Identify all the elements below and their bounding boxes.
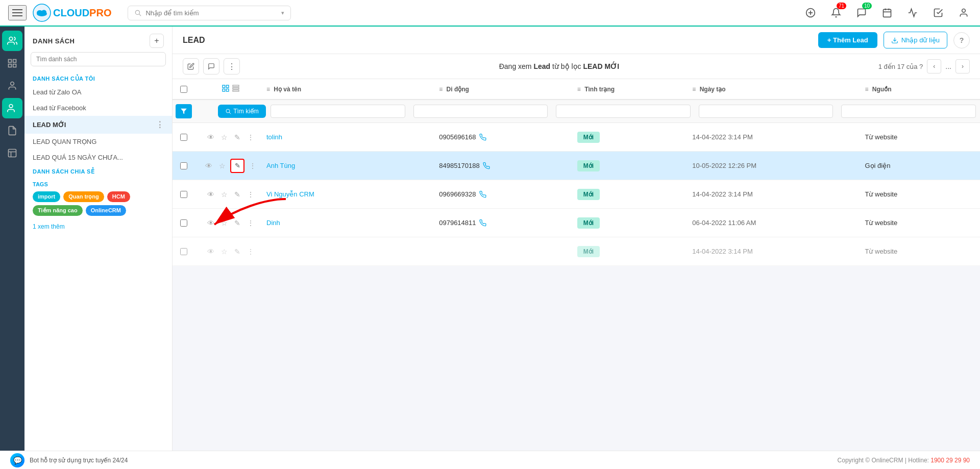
next-page-button[interactable]: › [955, 59, 970, 73]
app-layout: DANH SÁCH + DANH SÁCH CỦA TÔI Lead từ Za… [0, 27, 980, 469]
row4-edit-icon[interactable]: ✎ [232, 218, 242, 228]
sidebar-item-lead-qua-15[interactable]: LEAD QUÁ 15 NGÀY CHƯA... [24, 150, 172, 165]
row1-star-icon[interactable]: ☆ [219, 132, 229, 142]
tag-import[interactable]: import [33, 191, 60, 202]
nav-leads-icon[interactable] [2, 98, 22, 118]
import-button[interactable]: Nhập dữ liệu [884, 32, 947, 48]
search-source-input[interactable] [841, 105, 976, 118]
add-button[interactable] [802, 5, 819, 21]
prev-page-button[interactable]: ‹ [927, 59, 941, 73]
row1-edit-icon[interactable]: ✎ [232, 132, 242, 142]
row2-checkbox[interactable] [180, 162, 187, 169]
search-bar[interactable]: ▾ [128, 6, 291, 20]
check-all-checkbox[interactable] [180, 86, 187, 93]
messenger-icon[interactable]: 💬 [10, 453, 24, 467]
hotline-link[interactable]: 1900 29 29 90 [930, 457, 970, 464]
tasks-button[interactable] [930, 5, 946, 21]
grid-view-button[interactable] [222, 84, 230, 94]
chat-badge: 10 [862, 3, 872, 9]
search-date-input[interactable] [699, 105, 834, 118]
sidebar-header: DANH SÁCH + [24, 27, 172, 52]
search-input[interactable] [145, 9, 277, 17]
row2-name[interactable]: Anh Tùng [266, 162, 439, 169]
row2-edit-icon-highlighted[interactable]: ✎ [230, 159, 244, 173]
row5-edit-icon[interactable]: ✎ [232, 246, 242, 257]
row4-name[interactable]: Dinh [266, 219, 439, 227]
row1-eye-icon[interactable]: 👁 [206, 132, 216, 142]
chart-button[interactable] [904, 5, 921, 21]
calendar-button[interactable] [879, 5, 895, 21]
check-all-cell[interactable] [173, 86, 195, 93]
sidebar-add-button[interactable]: + [150, 34, 164, 48]
row3-check[interactable] [173, 191, 195, 198]
row3-more-icon[interactable]: ⋮ [246, 189, 256, 200]
tag-quan-trong[interactable]: Quan trọng [63, 191, 104, 202]
comment-toolbar-button[interactable] [203, 58, 219, 75]
nav-doc-icon[interactable] [2, 120, 22, 141]
row5-star-icon[interactable]: ☆ [219, 246, 229, 257]
row4-checkbox[interactable] [180, 219, 187, 227]
row5-more-icon[interactable]: ⋮ [246, 246, 256, 257]
row2-source: Gọi điện [865, 162, 980, 169]
nav-report-icon[interactable] [2, 143, 22, 163]
sidebar-item-zalo[interactable]: Lead từ Zalo OA [24, 84, 172, 100]
profile-button[interactable] [955, 5, 972, 21]
row4-star-icon[interactable]: ☆ [219, 218, 229, 228]
edit-toolbar-button[interactable] [183, 58, 199, 75]
search-source-input-cell[interactable] [837, 105, 980, 118]
row1-more-icon[interactable]: ⋮ [246, 132, 256, 142]
see-more-link[interactable]: 1 xem thêm [24, 220, 172, 233]
add-lead-button[interactable]: + Thêm Lead [818, 32, 877, 48]
more-pages-button[interactable]: ... [945, 62, 951, 70]
nav-grid-icon[interactable] [2, 53, 22, 73]
icon-nav [0, 27, 24, 469]
row1-check[interactable] [173, 134, 195, 141]
row5-check[interactable] [173, 248, 195, 255]
row1-name[interactable]: tolinh [266, 133, 439, 141]
search-phone-input-cell[interactable] [409, 105, 552, 118]
sidebar-item-facebook[interactable]: Lead từ Facebook [24, 100, 172, 116]
search-status-input-cell[interactable] [552, 105, 695, 118]
notifications-button[interactable]: 71 [828, 5, 844, 21]
row3-name[interactable]: Vi Nguyễn CRM [266, 190, 439, 198]
search-date-input-cell[interactable] [695, 105, 838, 118]
more-toolbar-button[interactable]: ⋮ [224, 58, 240, 75]
row3-star-icon[interactable]: ☆ [219, 189, 229, 200]
search-name-input-cell[interactable] [266, 105, 409, 118]
phone-icon[interactable] [479, 191, 486, 198]
row2-star-icon[interactable]: ☆ [217, 161, 227, 171]
row4-check[interactable] [173, 219, 195, 227]
row3-eye-icon[interactable]: 👁 [206, 189, 216, 200]
search-button[interactable]: Tìm kiếm [218, 105, 266, 118]
row3-edit-icon[interactable]: ✎ [232, 189, 242, 200]
row5-checkbox[interactable] [180, 248, 187, 255]
sidebar-item-lead-quan-trong[interactable]: LEAD QUAN TRỌNG [24, 134, 172, 150]
list-view-button[interactable] [232, 84, 240, 94]
help-button[interactable]: ? [953, 32, 970, 48]
row4-more-icon[interactable]: ⋮ [246, 218, 256, 228]
lead-moi-dots-icon[interactable]: ⋮ [156, 120, 164, 130]
row3-checkbox[interactable] [180, 191, 187, 198]
tag-hcm[interactable]: HCM [107, 191, 130, 202]
tag-onlinecrm[interactable]: OnlineCRM [86, 205, 126, 216]
sidebar-item-lead-moi[interactable]: LEAD MỚI ⋮ [24, 116, 172, 134]
phone-icon[interactable] [479, 134, 486, 141]
sidebar-search-input[interactable] [31, 52, 166, 66]
row2-eye-icon[interactable]: 👁 [204, 161, 214, 171]
nav-person-icon[interactable] [2, 76, 22, 96]
row2-check[interactable] [173, 162, 195, 169]
row1-checkbox[interactable] [180, 134, 187, 141]
phone-icon[interactable] [483, 162, 490, 169]
row5-eye-icon[interactable]: 👁 [206, 246, 216, 257]
phone-icon[interactable] [479, 219, 486, 227]
table-row: 👁 ☆ ✎ ⋮ Mới 14-04-2022 3:14 PM Từ websit… [173, 237, 980, 266]
row2-more-icon[interactable]: ⋮ [248, 161, 258, 171]
tag-tiem-nang[interactable]: Tiềm năng cao [33, 205, 83, 216]
search-phone-input[interactable] [413, 105, 548, 118]
search-status-input[interactable] [556, 105, 691, 118]
chat-button[interactable]: 10 [853, 5, 870, 21]
search-name-input[interactable] [271, 105, 405, 118]
nav-users-icon[interactable] [2, 31, 22, 51]
row4-eye-icon[interactable]: 👁 [206, 218, 216, 228]
hamburger-button[interactable] [8, 5, 27, 20]
